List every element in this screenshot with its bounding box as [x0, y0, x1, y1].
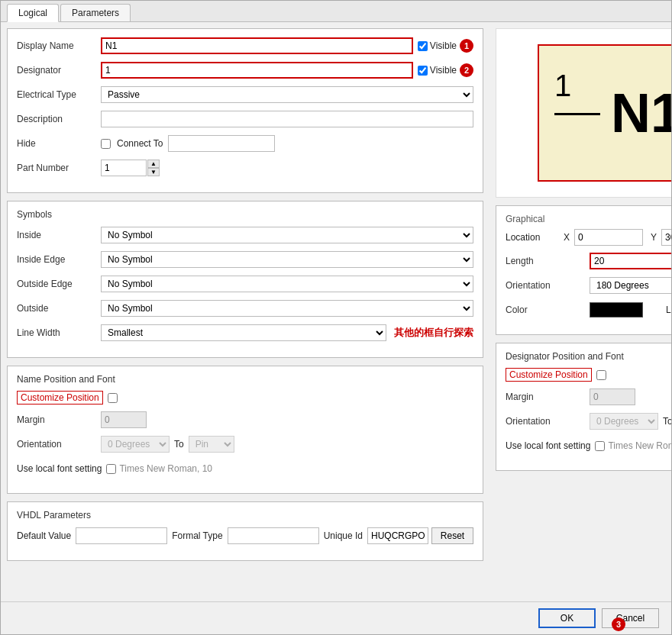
display-name-row: Display Name Visible 1 [17, 37, 473, 55]
visible2-checkbox[interactable] [418, 66, 428, 76]
name-margin-label: Margin [17, 414, 101, 425]
electrical-type-label: Electrical Type [17, 89, 101, 100]
x-input[interactable] [574, 229, 643, 246]
spinner-down-button[interactable]: ▼ [147, 168, 160, 176]
des-customize-label: Customize Position [506, 368, 592, 382]
annotation: 其他的框自行探索 [394, 326, 473, 340]
name-to-label: To [174, 439, 184, 450]
connect-to-label: Connect To [117, 138, 163, 149]
visible1-text: Visible [430, 40, 457, 51]
outside-edge-select[interactable]: No Symbol [101, 276, 473, 292]
outside-row: Outside No Symbol [17, 299, 473, 318]
des-margin-label: Margin [506, 392, 590, 402]
scroll-area[interactable]: Display Name Visible 1 Designator [1, 22, 671, 601]
bottom-bar: OK Cancel 3 [1, 601, 671, 634]
part-number-row: Part Number ▲ ▼ [17, 159, 473, 177]
badge2: 2 [460, 63, 473, 77]
color-swatch[interactable] [590, 302, 643, 318]
designator-input[interactable] [101, 62, 413, 79]
locked-label: Locked [666, 305, 671, 315]
outside-label: Outside [17, 303, 101, 314]
spinner-buttons: ▲ ▼ [147, 160, 160, 176]
tab-bar: Logical Parameters [1, 1, 671, 22]
name-margin-input[interactable] [101, 411, 147, 428]
outside-edge-label: Outside Edge [17, 279, 101, 289]
name-customize-label: Customize Position [17, 391, 103, 405]
badge3: 3 [612, 617, 625, 631]
name-font-checkbox[interactable] [106, 464, 116, 474]
description-label: Description [17, 114, 101, 124]
outside-select[interactable]: No Symbol [101, 300, 473, 317]
connect-to-input[interactable] [168, 135, 275, 152]
display-name-label: Display Name [17, 40, 101, 51]
des-customize-checkbox[interactable] [596, 370, 606, 380]
length-input[interactable] [590, 253, 671, 269]
line-width-select[interactable]: Smallest [101, 324, 386, 341]
des-font-checkbox[interactable] [595, 441, 605, 451]
visible1-checkbox[interactable] [418, 41, 428, 51]
des-font-row: Use local font setting Times New Roman, … [506, 437, 671, 455]
vhdl-title: VHDL Parameters [17, 510, 473, 521]
x-label: X [564, 232, 570, 243]
des-orientation-row: Orientation 0 Degrees To Pin [506, 412, 671, 430]
des-orientation-label: Orientation [506, 416, 590, 427]
badge1: 1 [460, 39, 473, 53]
part-number-label: Part Number [17, 163, 101, 173]
line-width-label: Line Width [17, 327, 101, 338]
visible2-label[interactable]: Visible [418, 65, 457, 76]
inside-edge-select[interactable]: No Symbol [101, 251, 473, 268]
hide-row: Hide Connect To [17, 134, 473, 153]
preview-line [554, 113, 600, 115]
inside-row: Inside No Symbol [17, 226, 473, 244]
reset-button[interactable]: Reset [431, 527, 473, 544]
name-margin-row: Margin [17, 411, 473, 429]
default-value-label: Default Value [17, 530, 71, 541]
visible1-label[interactable]: Visible [418, 40, 457, 51]
name-position-title: Name Position and Font [17, 374, 473, 385]
des-to-label: To [663, 416, 671, 427]
vhdl-section: VHDL Parameters Default Value Formal Typ… [7, 501, 483, 561]
tab-parameters[interactable]: Parameters [60, 4, 131, 21]
length-label: Length [506, 256, 590, 266]
des-margin-input[interactable] [590, 388, 635, 405]
name-to-select[interactable]: Pin [189, 436, 234, 453]
cancel-button[interactable]: Cancel [602, 608, 659, 628]
line-width-row: Line Width Smallest 其他的框自行探索 [17, 324, 473, 342]
formal-type-input[interactable] [228, 527, 319, 544]
main-content: Display Name Visible 1 Designator [7, 28, 659, 569]
spinner-up-button[interactable]: ▲ [147, 160, 160, 168]
name-orientation-row: Orientation 0 Degrees To Pin [17, 435, 473, 453]
name-font-row: Use local font setting Times New Roman, … [17, 459, 473, 478]
inside-edge-row: Inside Edge No Symbol [17, 250, 473, 269]
des-font-label: Use local font setting [506, 440, 590, 451]
designator-position-section: Designator Position and Font Customize P… [496, 343, 671, 471]
orientation-select[interactable]: 0 Degrees 90 Degrees 180 Degrees 270 Deg… [590, 277, 671, 294]
name-orientation-select[interactable]: 0 Degrees [101, 436, 170, 453]
y-input[interactable] [661, 229, 671, 246]
symbols-title: Symbols [17, 209, 473, 220]
electrical-type-select[interactable]: Passive Input Output Bidirectional [101, 86, 473, 103]
location-label: Location [506, 232, 559, 243]
display-name-input[interactable] [101, 37, 413, 54]
description-input[interactable] [101, 111, 473, 127]
ok-button[interactable]: OK [538, 608, 596, 628]
name-customize-checkbox[interactable] [108, 393, 118, 403]
default-value-input[interactable] [76, 527, 167, 544]
unique-id-input[interactable] [367, 527, 428, 544]
preview-name: N1 [611, 85, 671, 140]
name-customize-row: Customize Position [17, 391, 473, 405]
tab-logical[interactable]: Logical [7, 4, 59, 22]
hide-checkbox[interactable] [101, 139, 111, 149]
location-row: Location X Y [506, 229, 671, 246]
color-row: Color Locked [506, 301, 671, 319]
part-number-input[interactable] [101, 160, 147, 176]
description-row: Description [17, 110, 473, 128]
part-number-spinner: ▲ ▼ [101, 160, 160, 176]
name-font-value: Times New Roman, 10 [119, 463, 212, 474]
des-orientation-select[interactable]: 0 Degrees [590, 413, 658, 430]
designator-position-title: Designator Position and Font [506, 351, 671, 362]
right-panel: 1 N1 Graphical Location X Y [489, 28, 671, 569]
des-margin-row: Margin [506, 388, 671, 406]
dialog: Logical Parameters Display Name Visible [0, 0, 672, 635]
inside-select[interactable]: No Symbol [101, 227, 473, 243]
